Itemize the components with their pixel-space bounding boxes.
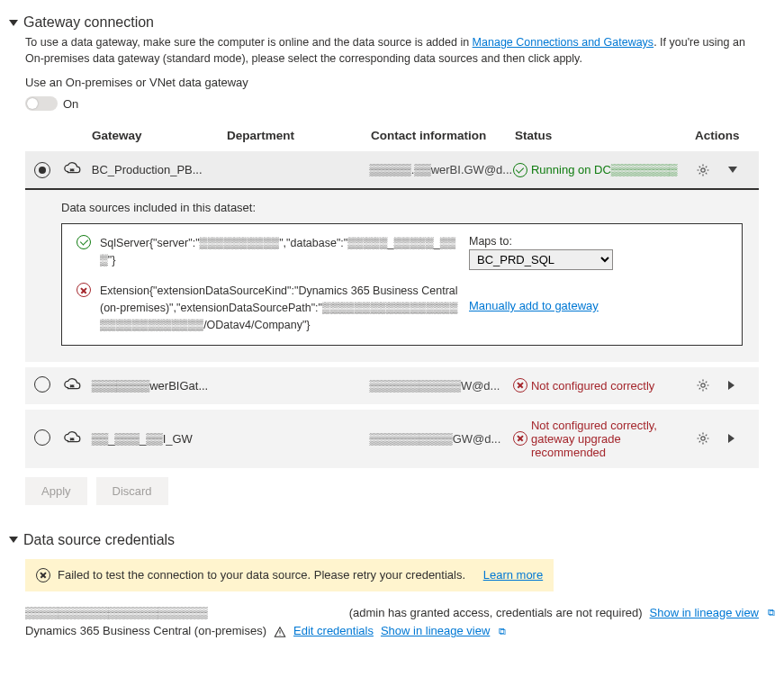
x-circle-icon — [513, 378, 527, 393]
gateway-detail-panel: Data sources included in this dataset: S… — [25, 188, 759, 361]
learn-more-link[interactable]: Learn more — [483, 568, 543, 582]
admin-note: (admin has granted access, credentials a… — [349, 604, 643, 623]
gateway-status: Not configured correctly, gateway upgrad… — [513, 419, 692, 459]
credentials-alert: Failed to test the connection to your da… — [25, 559, 554, 591]
check-circle-icon — [77, 235, 91, 249]
cloud-sync-icon — [63, 429, 92, 448]
gateway-description: To use a data gateway, make sure the com… — [25, 34, 745, 67]
section-header-credentials[interactable]: Data source credentials — [9, 532, 775, 548]
datasource-row: Extension{"extensionDataSourceKind":"Dyn… — [77, 283, 727, 333]
col-status: Status — [515, 129, 695, 142]
chevron-right-icon[interactable] — [728, 434, 734, 443]
maps-to-select[interactable]: BC_PRD_SQL — [469, 249, 613, 270]
gateway-row[interactable]: ▒▒▒▒▒▒▒werBIGat... ▒▒▒▒▒▒▒▒▒▒▒W@d... Not… — [25, 367, 759, 404]
svg-point-0 — [701, 168, 705, 172]
chevron-down-icon[interactable] — [728, 167, 737, 173]
detail-title: Data sources included in this dataset: — [61, 201, 743, 214]
gateway-name: BC_Production_PB... — [92, 163, 226, 176]
gateway-row[interactable]: BC_Production_PB... ▒▒▒▒▒.▒▒werBI.GW@d..… — [25, 151, 759, 188]
detail-box: SqlServer{"server":"▒▒▒▒▒▒▒▒▒▒","databas… — [61, 223, 743, 345]
gateway-contact: ▒▒▒▒▒.▒▒werBI.GW@d... — [370, 163, 513, 176]
apply-button[interactable]: Apply — [25, 477, 87, 505]
external-link-icon: ⧉ — [768, 605, 775, 621]
datasource-name: ▒▒▒▒▒▒▒▒▒▒▒▒▒▒▒▒▒▒▒▒▒▒ — [25, 604, 208, 623]
radio-select[interactable] — [34, 429, 50, 446]
caret-down-icon — [9, 537, 18, 543]
section-title: Data source credentials — [23, 532, 175, 548]
datasource-name: Dynamics 365 Business Central (on-premis… — [25, 622, 266, 641]
x-circle-icon — [513, 431, 527, 446]
toggle-label: Use an On-premises or VNet data gateway — [25, 76, 775, 89]
gateway-toggle[interactable] — [25, 96, 58, 111]
external-link-icon: ⧉ — [499, 624, 506, 640]
datasource-row: SqlServer{"server":"▒▒▒▒▒▒▒▒▒▒","databas… — [77, 235, 727, 270]
svg-point-2 — [701, 437, 705, 440]
gateway-contact: ▒▒▒▒▒▒▒▒▒▒GW@d... — [370, 432, 513, 446]
cloud-sync-icon — [63, 160, 92, 179]
datasource-text: SqlServer{"server":"▒▒▒▒▒▒▒▒▒▒","databas… — [100, 235, 460, 269]
col-actions: Actions — [695, 129, 758, 142]
gear-icon[interactable] — [696, 378, 710, 393]
gear-icon[interactable] — [696, 163, 710, 177]
section-title: Gateway connection — [23, 14, 154, 31]
gateway-name: ▒▒▒▒▒▒▒werBIGat... — [92, 379, 226, 393]
col-contact: Contact information — [371, 129, 515, 142]
check-circle-icon — [513, 163, 527, 177]
col-gateway: Gateway — [92, 129, 227, 142]
section-header-gateway[interactable]: Gateway connection — [9, 14, 775, 31]
cloud-sync-icon — [63, 376, 92, 395]
show-lineage-link[interactable]: Show in lineage view — [381, 622, 490, 641]
manually-add-link[interactable]: Manually add to gateway — [469, 299, 599, 312]
alert-text: Failed to test the connection to your da… — [58, 568, 465, 582]
manage-connections-link[interactable]: Manage Connections and Gateways — [473, 36, 654, 49]
x-circle-icon — [77, 283, 91, 297]
credential-line: ▒▒▒▒▒▒▒▒▒▒▒▒▒▒▒▒▒▒▒▒▒▒ (admin has grante… — [25, 604, 775, 623]
svg-point-1 — [701, 384, 705, 387]
datasource-text: Extension{"extensionDataSourceKind":"Dyn… — [100, 283, 460, 333]
caret-down-icon — [9, 20, 18, 26]
maps-to-label: Maps to: — [469, 235, 613, 248]
gateway-name: ▒▒_▒▒▒_▒▒I_GW — [92, 432, 226, 446]
gateway-status: Running on DC▒▒▒▒▒▒▒▒ — [513, 163, 692, 177]
toggle-state-text: On — [63, 97, 78, 111]
gateway-row[interactable]: ▒▒_▒▒▒_▒▒I_GW ▒▒▒▒▒▒▒▒▒▒GW@d... Not conf… — [25, 410, 759, 468]
discard-button[interactable]: Discard — [96, 477, 168, 505]
warning-triangle-icon — [274, 626, 286, 638]
show-lineage-link[interactable]: Show in lineage view — [650, 604, 759, 623]
gateway-table-header: Gateway Department Contact information S… — [25, 123, 759, 151]
toggle-knob — [27, 98, 38, 109]
gear-icon[interactable] — [696, 431, 710, 446]
gateway-contact: ▒▒▒▒▒▒▒▒▒▒▒W@d... — [370, 379, 513, 393]
chevron-right-icon[interactable] — [728, 381, 734, 390]
radio-select[interactable] — [34, 162, 50, 178]
col-department: Department — [227, 129, 371, 142]
radio-select[interactable] — [34, 376, 50, 393]
gateway-status: Not configured correctly — [513, 378, 692, 393]
credential-line: Dynamics 365 Business Central (on-premis… — [25, 622, 775, 641]
x-circle-icon — [36, 568, 50, 582]
edit-credentials-link[interactable]: Edit credentials — [293, 622, 374, 641]
